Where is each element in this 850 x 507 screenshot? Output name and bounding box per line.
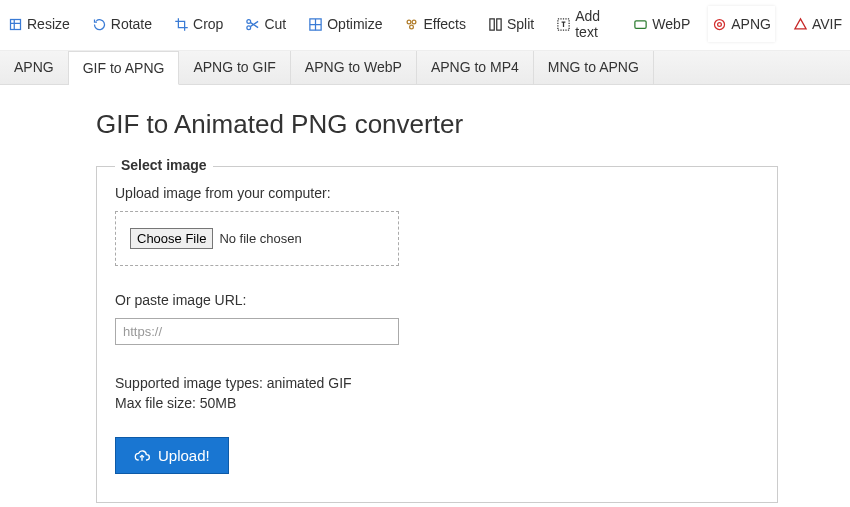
svg-rect-7 (490, 18, 494, 29)
subtab-mng-to-apng[interactable]: MNG to APNG (534, 51, 654, 84)
avif-icon (793, 17, 808, 32)
toolbar-item-label: AVIF (812, 16, 842, 32)
select-image-fieldset: Select image Upload image from your comp… (96, 166, 778, 503)
subtab-apng-to-webp[interactable]: APNG to WebP (291, 51, 417, 84)
toolbar-item-label: Add text (575, 8, 611, 40)
subtab-apng-to-mp4[interactable]: APNG to MP4 (417, 51, 534, 84)
toolbar-item-apng[interactable]: APNG (708, 6, 775, 42)
page-title: GIF to Animated PNG converter (96, 109, 850, 140)
resize-icon (8, 17, 23, 32)
svg-rect-10 (635, 20, 646, 28)
toolbar-item-label: Optimize (327, 16, 382, 32)
max-file-size-text: Max file size: 50MB (115, 395, 759, 411)
fieldset-legend: Select image (115, 157, 213, 173)
crop-icon (174, 17, 189, 32)
webp-icon (633, 17, 648, 32)
toolbar-item-split[interactable]: Split (484, 6, 538, 42)
upload-button-label: Upload! (158, 447, 210, 464)
file-drop-box[interactable]: Choose File No file chosen (115, 211, 399, 266)
subtab-apng-to-gif[interactable]: APNG to GIF (179, 51, 290, 84)
effects-icon (404, 17, 419, 32)
toolbar-item-crop[interactable]: Crop (170, 6, 227, 42)
toolbar-item-label: Crop (193, 16, 223, 32)
toolbar-item-avif[interactable]: AVIF (789, 6, 846, 42)
choose-file-button[interactable]: Choose File (130, 228, 213, 249)
optimize-icon (308, 17, 323, 32)
url-label: Or paste image URL: (115, 292, 759, 308)
toolbar-item-label: Resize (27, 16, 70, 32)
svg-rect-0 (11, 19, 21, 29)
svg-point-1 (247, 19, 251, 23)
toolbar-item-label: Rotate (111, 16, 152, 32)
upload-button[interactable]: Upload! (115, 437, 229, 474)
toolbar-item-label: Split (507, 16, 534, 32)
toolbar-item-optimize[interactable]: Optimize (304, 6, 386, 42)
sub-tabs: APNGGIF to APNGAPNG to GIFAPNG to WebPAP… (0, 51, 850, 85)
apng-icon (712, 17, 727, 32)
svg-point-6 (410, 25, 414, 29)
svg-rect-8 (497, 18, 501, 29)
toolbar-item-rotate[interactable]: Rotate (88, 6, 156, 42)
toolbar-item-webp[interactable]: WebP (629, 6, 694, 42)
addtext-icon (556, 17, 571, 32)
rotate-icon (92, 17, 107, 32)
toolbar-item-label: APNG (731, 16, 771, 32)
svg-point-5 (413, 20, 417, 24)
toolbar-item-label: Cut (264, 16, 286, 32)
svg-point-12 (718, 22, 722, 26)
supported-types-text: Supported image types: animated GIF (115, 375, 759, 391)
toolbar-item-label: Effects (423, 16, 466, 32)
cut-icon (245, 17, 260, 32)
svg-point-2 (247, 25, 251, 29)
toolbar-item-add-text[interactable]: Add text (552, 6, 615, 42)
cloud-upload-icon (134, 448, 150, 464)
svg-point-4 (408, 20, 412, 24)
file-status-text: No file chosen (219, 231, 301, 246)
subtab-apng[interactable]: APNG (0, 51, 69, 84)
subtab-gif-to-apng[interactable]: GIF to APNG (69, 51, 180, 85)
url-input[interactable] (115, 318, 399, 345)
upload-label: Upload image from your computer: (115, 185, 759, 201)
toolbar-item-effects[interactable]: Effects (400, 6, 470, 42)
top-toolbar: ResizeRotateCropCutOptimizeEffectsSplitA… (0, 0, 850, 51)
split-icon (488, 17, 503, 32)
toolbar-item-resize[interactable]: Resize (4, 6, 74, 42)
toolbar-item-label: WebP (652, 16, 690, 32)
toolbar-item-cut[interactable]: Cut (241, 6, 290, 42)
main-content: GIF to Animated PNG converter Select ima… (0, 85, 850, 507)
